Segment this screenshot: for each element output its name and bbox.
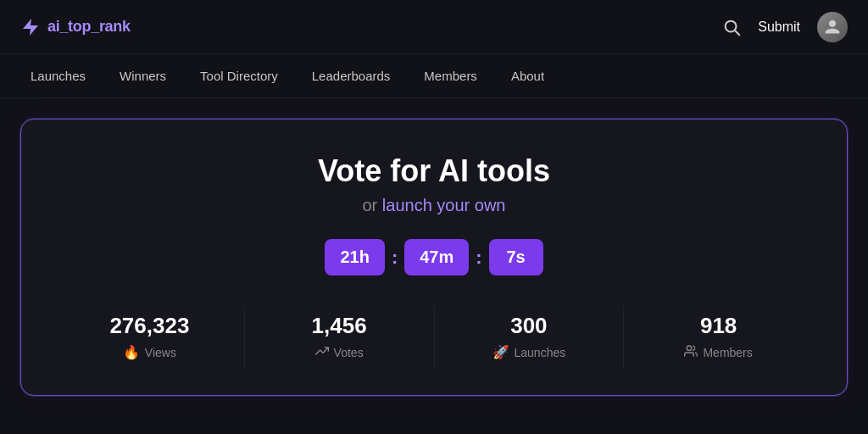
countdown-timer: 21h : 47m : 7s xyxy=(325,239,542,275)
trending-icon xyxy=(315,344,329,358)
nav-item-launches[interactable]: Launches xyxy=(17,62,99,90)
stat-votes: 1,456 Votes xyxy=(245,306,435,368)
nav-item-winners[interactable]: Winners xyxy=(106,62,180,90)
stat-views-text: Views xyxy=(145,346,176,359)
avatar[interactable] xyxy=(817,12,848,42)
stat-launches-value: 300 xyxy=(510,313,547,339)
svg-point-0 xyxy=(726,20,737,31)
chart-icon xyxy=(315,344,329,361)
fire-icon: 🔥 xyxy=(123,344,140,360)
svg-point-2 xyxy=(687,346,692,350)
people-icon xyxy=(684,344,698,358)
search-icon xyxy=(722,18,741,36)
submit-button[interactable]: Submit xyxy=(758,19,800,35)
hero-card: Vote for AI tools or launch your own 21h… xyxy=(20,119,848,396)
main-nav: Launches Winners Tool Directory Leaderbo… xyxy=(0,54,868,98)
nav-item-about[interactable]: About xyxy=(498,62,558,90)
stat-launches-label: 🚀 Launches xyxy=(492,344,566,360)
stat-views: 276,323 🔥 Views xyxy=(55,306,245,368)
search-button[interactable] xyxy=(722,18,741,36)
timer-hours: 21h xyxy=(325,239,384,275)
logo-icon xyxy=(20,17,41,37)
nav-item-tool-directory[interactable]: Tool Directory xyxy=(186,62,292,90)
timer-sep-1: : xyxy=(392,247,398,269)
stat-members: 918 Members xyxy=(624,306,813,368)
hero-title: Vote for AI tools xyxy=(318,153,550,189)
stat-views-label: 🔥 Views xyxy=(123,344,176,360)
launch-own-link[interactable]: launch your own xyxy=(382,196,506,214)
timer-sep-2: : xyxy=(476,247,481,269)
members-icon xyxy=(684,344,698,361)
logo-text: ai_top_rank xyxy=(47,18,131,36)
hero-subtitle-prefix: or xyxy=(363,196,382,214)
stat-votes-label: Votes xyxy=(315,344,364,361)
stats-row: 276,323 🔥 Views 1,456 Votes xyxy=(55,306,813,368)
nav-item-leaderboards[interactable]: Leaderboards xyxy=(298,62,404,90)
stat-members-text: Members xyxy=(703,346,752,359)
rocket-icon: 🚀 xyxy=(492,344,509,360)
main-content: Vote for AI tools or launch your own 21h… xyxy=(0,98,868,416)
timer-minutes: 47m xyxy=(404,239,469,275)
logo[interactable]: ai_top_rank xyxy=(20,17,131,37)
timer-seconds: 7s xyxy=(489,239,543,275)
stat-votes-text: Votes xyxy=(334,346,364,359)
header: ai_top_rank Submit xyxy=(0,0,868,54)
stat-launches-text: Launches xyxy=(515,346,566,359)
hero-subtitle: or launch your own xyxy=(363,196,506,215)
stat-members-label: Members xyxy=(684,344,752,361)
stat-views-value: 276,323 xyxy=(109,313,189,339)
stat-votes-value: 1,456 xyxy=(312,313,367,339)
stat-launches: 300 🚀 Launches xyxy=(435,306,625,368)
nav-item-members[interactable]: Members xyxy=(410,62,491,90)
user-icon xyxy=(824,19,841,36)
stat-members-value: 918 xyxy=(700,313,737,339)
header-right: Submit xyxy=(722,12,848,42)
svg-line-1 xyxy=(736,31,740,35)
